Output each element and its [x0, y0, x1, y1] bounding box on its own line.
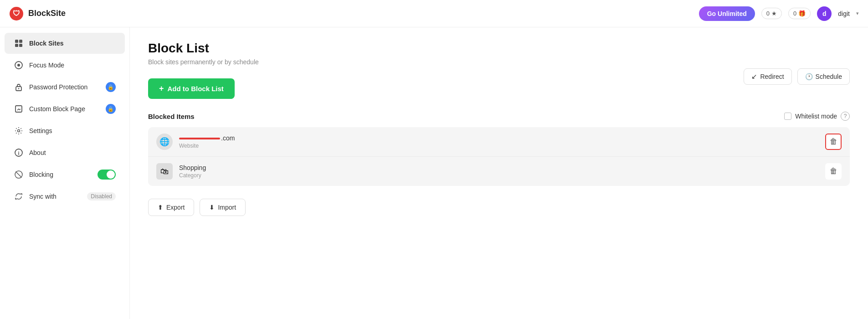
sidebar-item-custom-block-page[interactable]: Custom Block Page 🔒	[5, 98, 125, 119]
shopping-name: Shopping	[179, 164, 819, 171]
custom-block-page-icon	[14, 104, 24, 114]
svg-rect-3	[19, 40, 22, 43]
svg-point-9	[18, 88, 20, 89]
svg-rect-4	[15, 44, 18, 47]
import-label: Import	[218, 204, 236, 211]
focus-mode-label: Focus Mode	[29, 62, 116, 69]
gifts-badge[interactable]: 0 🎁	[788, 8, 811, 19]
whitelist-mode-checkbox[interactable]	[784, 113, 791, 120]
sidebar-item-about[interactable]: i About	[5, 142, 125, 163]
custom-block-page-label: Custom Block Page	[29, 105, 100, 113]
blocksite-logo-icon: 🛡	[9, 6, 24, 21]
star-icon: ★	[771, 10, 777, 17]
plus-icon: +	[159, 84, 164, 93]
add-to-block-list-button[interactable]: + Add to Block List	[148, 78, 235, 99]
stars-count: 0	[766, 10, 770, 17]
redirect-icon: ↙	[751, 72, 757, 81]
go-unlimited-button[interactable]: Go Unlimited	[699, 6, 755, 21]
svg-point-11	[18, 130, 20, 132]
password-protection-lock-badge: 🔒	[106, 82, 116, 92]
page-title: Block List	[148, 41, 850, 56]
block-sites-label: Block Sites	[29, 40, 116, 47]
clock-icon: 🕐	[805, 73, 813, 80]
focus-mode-icon	[14, 60, 24, 70]
sidebar-item-blocking[interactable]: Blocking	[5, 164, 125, 185]
gift-icon: 🎁	[798, 10, 806, 17]
user-avatar[interactable]: d	[817, 6, 832, 21]
svg-text:i: i	[18, 150, 19, 156]
layout: Block Sites Focus Mode Password Protecti…	[0, 27, 868, 319]
sync-disabled-badge: Disabled	[87, 192, 116, 201]
sidebar-item-settings[interactable]: Settings	[5, 120, 125, 141]
block-sites-icon	[14, 38, 24, 48]
whitelist-mode-label: Whitelist mode	[795, 113, 837, 120]
sidebar-item-password-protection[interactable]: Password Protection 🔒	[5, 77, 125, 98]
redact-line	[179, 138, 220, 139]
sidebar-item-sync-with[interactable]: Sync with Disabled	[5, 186, 125, 207]
schedule-label: Schedule	[816, 73, 842, 80]
top-actions: ↙ Redirect 🕐 Schedule	[744, 68, 850, 85]
sync-with-label: Sync with	[29, 193, 82, 200]
stars-badge[interactable]: 0 ★	[761, 8, 782, 19]
delete-website-button[interactable]: 🗑	[825, 134, 842, 150]
about-label: About	[29, 149, 116, 156]
page-subtitle: Block sites permanently or by schedule	[148, 58, 850, 66]
blocked-items-title: Blocked Items	[148, 113, 195, 120]
main-content: ↙ Redirect 🕐 Schedule Block List Block s…	[130, 27, 868, 319]
app-title: BlockSite	[28, 9, 66, 18]
whitelist-mode-container: Whitelist mode ?	[784, 112, 850, 121]
help-icon[interactable]: ?	[841, 112, 850, 121]
website-name: .com	[179, 134, 819, 142]
header-left: 🛡 BlockSite	[9, 6, 66, 21]
sidebar-item-focus-mode[interactable]: Focus Mode	[5, 55, 125, 76]
password-protection-label: Password Protection	[29, 83, 100, 91]
settings-label: Settings	[29, 127, 116, 134]
password-protection-icon	[14, 82, 24, 92]
blocking-toggle-knob	[107, 170, 115, 179]
about-icon: i	[14, 148, 24, 158]
blocking-icon	[14, 170, 24, 180]
website-icon: 🌐	[156, 134, 173, 150]
bottom-actions: ⬆ Export ⬇ Import	[148, 199, 850, 216]
shopping-type: Category	[179, 172, 819, 179]
header-right: Go Unlimited 0 ★ 0 🎁 d digit ▾	[699, 6, 859, 21]
chevron-down-icon[interactable]: ▾	[856, 10, 859, 16]
block-list-item-shopping: 🛍 Shopping Category 🗑	[148, 157, 850, 186]
custom-block-page-lock-badge: 🔒	[106, 104, 116, 114]
domain-suffix: .com	[221, 134, 235, 142]
add-btn-label: Add to Block List	[168, 85, 224, 93]
svg-rect-2	[15, 40, 18, 43]
schedule-button[interactable]: 🕐 Schedule	[797, 68, 850, 85]
sidebar: Block Sites Focus Mode Password Protecti…	[0, 27, 130, 319]
block-item-website-info: .com Website	[179, 134, 819, 149]
delete-shopping-button[interactable]: 🗑	[825, 163, 842, 180]
header: 🛡 BlockSite Go Unlimited 0 ★ 0 🎁 d digit…	[0, 0, 868, 27]
shopping-icon: 🛍	[156, 163, 173, 180]
import-button[interactable]: ⬇ Import	[200, 199, 246, 216]
settings-icon	[14, 126, 24, 136]
blocked-items-header: Blocked Items Whitelist mode ?	[148, 112, 850, 121]
sidebar-item-block-sites[interactable]: Block Sites	[5, 33, 125, 54]
block-item-shopping-info: Shopping Category	[179, 164, 819, 179]
blocking-toggle[interactable]	[98, 170, 116, 180]
sync-icon	[14, 191, 24, 201]
redirect-label: Redirect	[760, 73, 784, 80]
block-list-item-website: 🌐 .com Website 🗑	[148, 127, 850, 157]
export-icon: ⬆	[158, 204, 163, 211]
import-icon: ⬇	[209, 204, 215, 211]
website-type: Website	[179, 143, 819, 149]
block-list: 🌐 .com Website 🗑 🛍 Shopping Category 🗑	[148, 127, 850, 186]
svg-line-15	[16, 172, 22, 178]
user-name[interactable]: digit	[838, 10, 850, 17]
blocking-label: Blocking	[29, 171, 92, 178]
svg-text:🛡: 🛡	[13, 10, 20, 17]
export-button[interactable]: ⬆ Export	[148, 199, 194, 216]
svg-point-7	[17, 64, 20, 67]
gifts-count: 0	[793, 10, 796, 17]
svg-rect-5	[19, 44, 22, 47]
export-label: Export	[166, 204, 185, 211]
redirect-button[interactable]: ↙ Redirect	[744, 68, 791, 85]
